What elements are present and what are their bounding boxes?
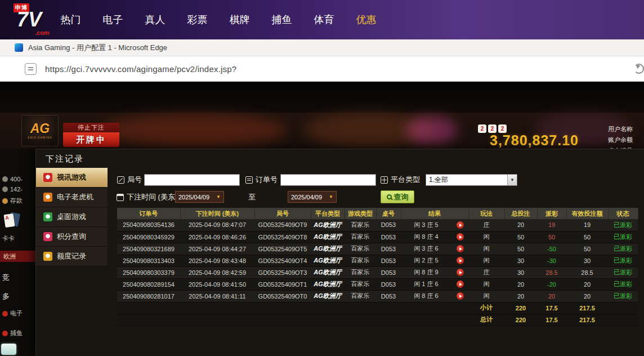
bet-row: 2504090803216892025-04-09 08:44:27GD0532… (117, 243, 638, 255)
cell-valid-bet: 20 (566, 278, 608, 290)
top-banner (0, 82, 644, 113)
page-info-icon[interactable] (25, 63, 37, 75)
search-icon (387, 194, 392, 199)
sidebar-item-video-games[interactable]: 视讯游戏 (36, 168, 108, 188)
deposit-icon (2, 198, 8, 204)
cell-valid-bet: 30 (566, 255, 608, 266)
platform-type-label: 平台类型 (381, 175, 420, 185)
refresh-icon[interactable] (634, 64, 644, 74)
cell-order-no: 250409080303379 (117, 266, 180, 278)
bet-row: 2504090802810172025-04-09 08:41:11GD0532… (117, 290, 638, 302)
cell-game-type: 百家乐 (345, 278, 376, 290)
quick-item-fishing[interactable]: 捕鱼 (2, 329, 23, 337)
date-from-picker[interactable]: 2025/04/09 ▼ (175, 191, 224, 203)
sidebar-item-table-games[interactable]: 桌面游戏 (36, 207, 108, 227)
cell-bet-time: 2025-04-09 08:47:07 (180, 219, 254, 231)
cell-result: 闲 2 庄 5 (401, 255, 451, 266)
slot-machine-icon (43, 193, 52, 202)
nav-item-live[interactable]: 真人 (134, 0, 176, 39)
replay-play-button[interactable] (457, 245, 464, 252)
replay-play-button[interactable] (457, 257, 464, 264)
cell-valid-bet: 50 (566, 231, 608, 243)
round-no-input[interactable] (144, 174, 240, 186)
cell-order-no: 250409080345929 (117, 231, 180, 243)
column-header: 订单号 (117, 208, 180, 219)
chevron-down-icon: ▼ (329, 194, 333, 199)
cell-bet-time: 2025-04-09 08:41:50 (180, 278, 254, 290)
nav-item-slots[interactable]: 电子 (92, 0, 134, 39)
sidebar-item-points-query[interactable]: 积分查询 (36, 227, 108, 247)
die-icon: 2 (498, 124, 507, 133)
cell-total-bet: 30 (504, 266, 537, 278)
cell-table-no: D053 (376, 255, 401, 266)
ag-logo: AG ASIA GAMING (21, 115, 59, 146)
quick-item-duo[interactable]: 多 (2, 291, 10, 301)
account-balance-label: 账户余额 (608, 135, 633, 145)
sidebar-item-slot-machines[interactable]: 电子老虎机 (36, 188, 108, 207)
cell-empty (117, 314, 180, 326)
cell-replay (451, 266, 468, 278)
replay-play-button[interactable] (457, 221, 464, 229)
replay-play-button[interactable] (457, 281, 464, 288)
cell-round-no: GD05325409OT4 (254, 255, 311, 266)
quick-item-phone-400[interactable]: 400- (2, 176, 23, 183)
nav-item-sports[interactable]: 体育 (303, 0, 345, 39)
poker-cards-icon[interactable]: A (5, 212, 21, 229)
modal-title: 下注记录 (46, 154, 84, 164)
cell-game-type: 百家乐 (345, 231, 376, 243)
cell-payout: 50 (537, 231, 566, 243)
quick-item-deposit[interactable]: 存款 (2, 197, 23, 205)
nav-item-hot[interactable]: 热门 (50, 0, 92, 39)
cell-status: 已派彩 (608, 243, 638, 255)
column-header: 游戏类型 (345, 208, 376, 219)
cell-total-bet: 50 (504, 231, 537, 243)
order-no-input[interactable] (280, 174, 376, 186)
url-text[interactable]: https://gci.7vvvvvv.com/agingame/pcv2/in… (45, 64, 236, 74)
cell-bet-time: 2025-04-09 08:44:27 (180, 243, 254, 255)
cell-total-valid-bet: 217.5 (566, 302, 608, 314)
nav-item-lottery[interactable]: 彩票 (176, 0, 218, 39)
platform-type-select[interactable]: 1.全部 ▼ (426, 174, 517, 186)
cell-game-type: 百家乐 (345, 290, 376, 302)
stop-betting-label: 停止下注 (63, 123, 119, 132)
cell-order-no: 250409080281017 (117, 290, 180, 302)
replay-play-button[interactable] (457, 269, 464, 276)
bet-records-modal: 下注记录 视讯游戏 电子老虎机 桌面游戏 积分查询 (35, 149, 644, 356)
grand-total-row: 总计22017.5217.5 (117, 314, 638, 326)
sidebar-item-credit-records[interactable]: 额度记录 (36, 247, 108, 266)
quick-item-phone-142[interactable]: 142- (2, 186, 23, 193)
bet-row: 2504090803459292025-04-09 08:46:26GD0532… (117, 231, 638, 243)
quick-item-slots[interactable]: 电子 (2, 309, 23, 318)
cell-platform: AG欧洲厅 (311, 266, 345, 278)
replay-play-button[interactable] (457, 292, 464, 300)
quick-item-kaka[interactable]: 卡卡 (2, 234, 15, 243)
cell-payout: -20 (537, 278, 566, 290)
bet-records-table: 订单号下注时间 (美东)局号平台类型游戏类型桌号结果玩法总投注派彩有效投注额状态… (117, 208, 638, 326)
replay-play-button[interactable] (457, 233, 464, 241)
cell-result: 闲 8 庄 9 (401, 266, 451, 278)
cell-total-bet: 50 (504, 243, 537, 255)
cell-empty (311, 314, 345, 326)
quick-item-europe-banner[interactable]: 欧洲 (0, 251, 35, 262)
cell-empty (401, 314, 451, 326)
cell-round-no: GD05325409OT5 (254, 243, 311, 255)
cell-game-type: 百家乐 (345, 266, 376, 278)
browser-urlbar: https://gci.7vvvvvv.com/agingame/pcv2/in… (0, 56, 644, 82)
customer-service-widget[interactable] (1, 344, 16, 355)
quick-item-jing[interactable]: 竞 (2, 273, 10, 283)
cell-valid-bet: 50 (566, 243, 608, 255)
cell-order-no: 250409080354136 (117, 219, 180, 231)
cell-table-no: D053 (376, 290, 401, 302)
column-header: 结果 (401, 208, 468, 219)
nav-item-board-games[interactable]: 棋牌 (218, 0, 261, 39)
nav-item-fishing[interactable]: 捕鱼 (261, 0, 303, 39)
query-button[interactable]: 查询 (381, 190, 414, 203)
chevron-down-icon[interactable]: ▼ (507, 175, 517, 185)
cell-table-no: D053 (376, 231, 401, 243)
cell-empty (376, 314, 401, 326)
cell-result: 闲 3 庄 6 (401, 243, 451, 255)
date-to-picker[interactable]: 2025/04/09 ▼ (288, 191, 337, 203)
balance-amount: 3,780,837.10 (490, 132, 579, 149)
nav-item-promotions[interactable]: 优惠 (345, 0, 387, 39)
cell-play-type: 闲 (468, 231, 504, 243)
